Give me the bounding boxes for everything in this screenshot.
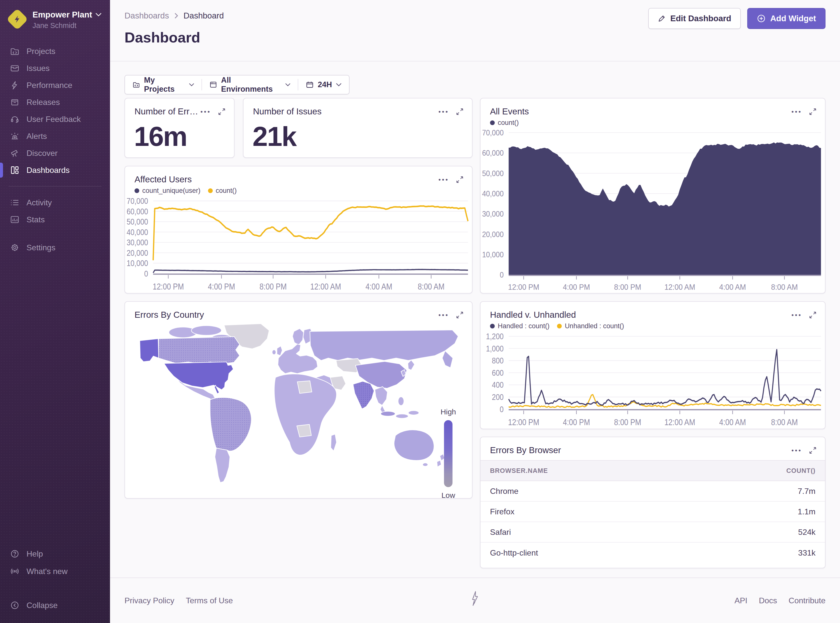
widget-menu-icon[interactable]: ••• <box>791 447 802 454</box>
time-range-filter[interactable]: 24H <box>298 75 349 94</box>
widget-menu-icon[interactable]: ••• <box>791 108 802 115</box>
chevron-down-icon <box>336 83 342 87</box>
breadcrumb-dashboards[interactable]: Dashboards <box>125 11 169 20</box>
svg-text:40,000: 40,000 <box>482 189 503 198</box>
breadcrumb: Dashboards Dashboard <box>125 11 224 20</box>
svg-text:400: 400 <box>492 380 504 390</box>
widget-title: Handled v. Unhandled <box>490 310 576 320</box>
sidebar-item-alerts[interactable]: Alerts <box>0 127 110 145</box>
expand-icon[interactable] <box>456 108 463 115</box>
widget-menu-icon[interactable]: ••• <box>200 108 211 115</box>
sidebar-item-label: Projects <box>26 47 55 56</box>
sidebar-item-performance[interactable]: Performance <box>0 77 110 94</box>
svg-text:0: 0 <box>144 269 148 279</box>
expand-icon[interactable] <box>809 447 817 454</box>
expand-icon[interactable] <box>809 311 817 319</box>
sidebar-item-releases[interactable]: Releases <box>0 94 110 110</box>
breadcrumb-current: Dashboard <box>183 11 224 20</box>
sidebar-item-projects[interactable]: Projects <box>0 43 110 60</box>
widget-menu-icon[interactable]: ••• <box>438 108 449 115</box>
browser-count: 1.1m <box>798 507 815 516</box>
environment-filter[interactable]: All Environments <box>202 75 298 94</box>
svg-text:12:00 PM: 12:00 PM <box>508 282 539 291</box>
browser-name: Safari <box>490 528 511 537</box>
legend-item: Handled : count() <box>490 322 549 330</box>
map-gradient-bar <box>444 420 452 487</box>
add-widget-button[interactable]: Add Widget <box>747 8 826 29</box>
sidebar-item-label: User Feedback <box>26 115 81 124</box>
table-row: Go-http-client 331k <box>480 543 825 563</box>
browser-name: Chrome <box>490 486 518 496</box>
contribute-link[interactable]: Contribute <box>789 596 826 605</box>
org-name[interactable]: Empower Plant <box>32 10 92 20</box>
org-avatar <box>6 8 28 30</box>
sidebar-item-issues[interactable]: Issues <box>0 60 110 77</box>
chevron-down-icon <box>285 83 291 87</box>
broadcast-icon <box>10 567 20 576</box>
svg-text:40,000: 40,000 <box>126 227 148 237</box>
plus-circle-icon <box>757 14 766 23</box>
svg-text:20,000: 20,000 <box>126 248 148 258</box>
widget-menu-icon[interactable]: ••• <box>791 312 802 318</box>
sidebar-item-whats-new[interactable]: What's new <box>0 563 110 580</box>
help-icon <box>10 549 20 558</box>
widget-menu-icon[interactable]: ••• <box>438 312 449 318</box>
sidebar-collapse-button[interactable]: Collapse <box>0 597 110 614</box>
sidebar-item-stats[interactable]: Stats <box>0 211 110 228</box>
expand-icon[interactable] <box>218 108 226 115</box>
org-switcher[interactable]: Empower Plant Jane Schmidt <box>0 0 110 30</box>
api-link[interactable]: API <box>734 596 748 605</box>
choropleth-map <box>129 321 468 496</box>
filter-bar: My Projects All Environments 24H <box>125 75 349 94</box>
sidebar-item-settings[interactable]: Settings <box>0 239 110 256</box>
pencil-icon <box>658 14 666 23</box>
table-row: Firefox 1.1m <box>480 502 825 522</box>
privacy-policy-link[interactable]: Privacy Policy <box>125 596 174 605</box>
svg-text:12:00 AM: 12:00 AM <box>665 417 695 427</box>
docs-link[interactable]: Docs <box>759 596 777 605</box>
svg-text:4:00 PM: 4:00 PM <box>563 417 590 427</box>
sidebar-item-label: Releases <box>26 98 60 107</box>
legend-dot <box>490 324 495 328</box>
sidebar-item-user-feedback[interactable]: User Feedback <box>0 110 110 127</box>
org-user: Jane Schmidt <box>32 21 102 30</box>
widget-value: 21k <box>243 117 472 152</box>
svg-text:0: 0 <box>500 404 504 414</box>
widget-title: Affected Users <box>134 174 192 184</box>
telescope-icon <box>10 149 20 158</box>
edit-dashboard-button[interactable]: Edit Dashboard <box>648 8 741 29</box>
sidebar-item-label: Alerts <box>26 132 47 141</box>
sidebar-item-help[interactable]: Help <box>0 545 110 563</box>
svg-text:8:00 AM: 8:00 AM <box>418 282 445 292</box>
widget-handled-v-unhandled: Handled v. Unhandled ••• Handled : count… <box>480 301 826 429</box>
project-filter[interactable]: My Projects <box>125 75 202 94</box>
widget-title: Number of Err… <box>134 106 198 117</box>
environment-filter-label: All Environments <box>221 76 281 94</box>
widget-errors-by-browser: Errors By Browser ••• BROWSER.NAME COUNT… <box>480 437 826 568</box>
browser-count: 524k <box>798 528 815 537</box>
sidebar-item-activity[interactable]: Activity <box>0 194 110 211</box>
legend-low-label: Low <box>442 491 455 500</box>
sidebar-item-discover[interactable]: Discover <box>0 145 110 162</box>
expand-icon[interactable] <box>456 176 463 183</box>
lightning-bolt-icon <box>13 15 22 23</box>
svg-text:600: 600 <box>492 368 504 378</box>
expand-icon[interactable] <box>456 311 463 319</box>
terms-of-use-link[interactable]: Terms of Use <box>186 596 233 605</box>
chevron-down-icon <box>95 13 102 17</box>
chevron-down-icon <box>189 83 194 87</box>
sidebar-item-label: Issues <box>26 64 49 73</box>
browser-count: 331k <box>798 548 815 557</box>
widget-all-events: All Events ••• count() 010,00020,00030,0… <box>480 98 826 293</box>
widget-menu-icon[interactable]: ••• <box>438 176 449 183</box>
sidebar-item-label: What's new <box>26 567 68 576</box>
table-row: Safari 524k <box>480 522 825 543</box>
svg-text:800: 800 <box>492 356 504 365</box>
svg-text:12:00 PM: 12:00 PM <box>153 282 184 292</box>
browser-count: 7.7m <box>798 486 815 496</box>
expand-icon[interactable] <box>809 108 817 115</box>
page-title: Dashboard <box>125 29 200 46</box>
svg-text:8:00 AM: 8:00 AM <box>771 417 798 427</box>
sidebar-item-dashboards[interactable]: Dashboards <box>0 162 110 179</box>
svg-text:10,000: 10,000 <box>126 259 148 268</box>
